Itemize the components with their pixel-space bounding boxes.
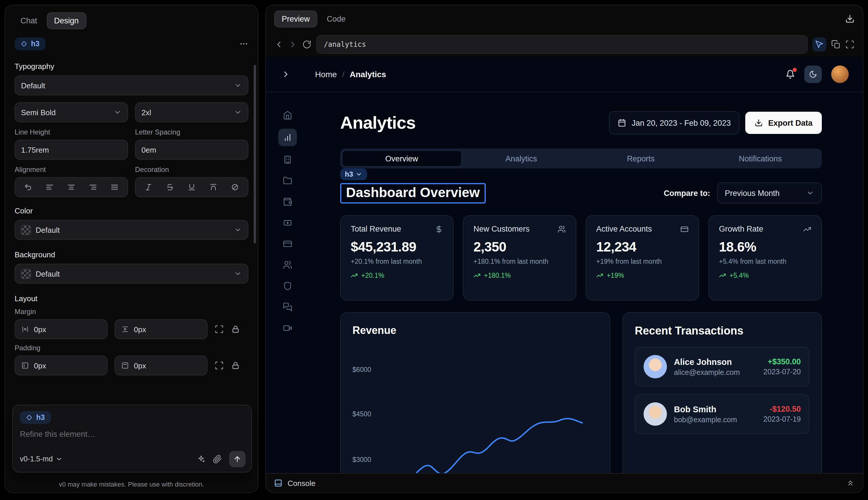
fullscreen-button[interactable] (845, 40, 855, 49)
theme-toggle-button[interactable] (804, 66, 822, 83)
italic-button[interactable] (138, 178, 160, 196)
stat-trend-value: +180.1% (484, 272, 511, 279)
maximize-icon (845, 40, 855, 49)
padding-y-input[interactable]: 0px (115, 355, 208, 375)
refresh-button[interactable] (302, 40, 312, 49)
transaction-row[interactable]: Alice Johnson alice@example.com +$350.00… (635, 347, 810, 387)
sidebar-item-security[interactable] (278, 279, 297, 294)
duplicate-view-button[interactable] (831, 40, 841, 49)
sidebar-item-home[interactable] (278, 107, 297, 123)
panel-scrollbar[interactable] (254, 65, 256, 243)
alignment-group (15, 177, 128, 197)
date-range-button[interactable]: Jan 20, 2023 - Feb 09, 2023 (609, 111, 739, 135)
diamond-icon (26, 414, 33, 421)
inspect-element-button[interactable] (812, 37, 826, 52)
console-expand-button[interactable] (846, 479, 855, 487)
color-select[interactable]: Default (15, 220, 248, 240)
align-left-button[interactable] (39, 178, 61, 196)
compare-select[interactable]: Previous Month (717, 182, 822, 204)
font-family-select[interactable]: Default (15, 76, 248, 95)
sidebar-item-billing[interactable] (278, 215, 297, 230)
composer-element-badge[interactable]: h3 (20, 411, 50, 424)
align-center-button[interactable] (60, 178, 82, 196)
margin-y-input[interactable]: 0px (115, 319, 208, 339)
padding-x-input[interactable]: 0px (15, 355, 107, 375)
more-options-button[interactable] (239, 39, 248, 48)
reset-alignment-button[interactable] (18, 178, 39, 196)
no-decoration-button[interactable] (224, 178, 245, 196)
sidebar-item-meetings[interactable] (278, 320, 297, 336)
font-size-select[interactable]: 2xl (135, 102, 248, 122)
console-bar[interactable]: Console (266, 473, 863, 492)
padding-expand-button[interactable] (215, 361, 224, 370)
tab-preview[interactable]: Preview (274, 10, 317, 27)
lock-icon (231, 325, 240, 334)
address-value: /analytics (324, 41, 366, 48)
credit-card-icon (283, 239, 292, 249)
margin-x-value: 0px (34, 325, 46, 334)
padding-lock-button[interactable] (231, 361, 240, 370)
messages-icon (283, 302, 292, 312)
back-button[interactable] (274, 40, 283, 49)
sidebar-item-wallet[interactable] (278, 194, 297, 209)
transaction-amount: +$350.00 (763, 357, 801, 366)
transaction-date: 2023-07-19 (763, 415, 801, 423)
tab-design-label: Design (54, 16, 79, 25)
sidebar-item-projects[interactable] (278, 173, 297, 188)
enhance-prompt-button[interactable] (196, 454, 206, 464)
address-input[interactable]: /analytics (316, 35, 808, 54)
font-weight-select[interactable]: Semi Bold (15, 102, 128, 122)
transaction-row[interactable]: Bob Smith bob@example.com -$120.50 2023-… (635, 394, 810, 434)
tab-analytics[interactable]: Analytics (462, 150, 581, 167)
overline-button[interactable] (202, 178, 224, 196)
user-avatar[interactable] (831, 66, 849, 83)
forward-button[interactable] (288, 40, 298, 49)
letter-spacing-input[interactable]: 0em (135, 140, 248, 160)
line-height-input[interactable]: 1.75rem (15, 140, 128, 160)
underline-button[interactable] (181, 178, 202, 196)
tab-design[interactable]: Design (46, 12, 86, 29)
bar-chart-icon (283, 133, 292, 142)
tab-notifications[interactable]: Notifications (701, 150, 820, 167)
banknote-icon (283, 218, 292, 227)
margin-expand-button[interactable] (215, 325, 224, 334)
margin-lock-button[interactable] (231, 325, 240, 334)
export-data-button[interactable]: Export Data (745, 112, 822, 134)
tab-chat-label: Chat (21, 16, 37, 25)
selected-element-badge[interactable]: h3 (15, 37, 45, 50)
sidebar-item-members[interactable] (278, 257, 297, 273)
download-button[interactable] (845, 14, 855, 23)
breadcrumb-home[interactable]: Home (315, 70, 337, 79)
strikethrough-button[interactable] (160, 178, 181, 196)
sidebar-toggle-button[interactable] (281, 70, 290, 79)
chevron-down-icon (234, 108, 242, 116)
align-justify-button[interactable] (103, 178, 125, 196)
section-heading-selected[interactable]: Dashboard Overview (340, 183, 486, 203)
chevron-left-icon (274, 40, 283, 49)
moon-icon (809, 70, 817, 78)
notifications-button[interactable] (786, 70, 795, 79)
padding-x-value: 0px (34, 361, 46, 370)
background-select[interactable]: Default (15, 264, 248, 284)
revenue-line-series (352, 346, 599, 474)
submit-button[interactable] (229, 451, 245, 467)
tab-reports[interactable]: Reports (581, 150, 701, 167)
layout-section-label: Layout (15, 294, 248, 303)
tab-code[interactable]: Code (321, 11, 351, 26)
revenue-chart-title: Revenue (352, 325, 598, 337)
preview-panel: Preview Code /analytics Home / Analytics (265, 5, 863, 493)
selection-tag[interactable]: h3 (340, 168, 367, 180)
align-right-button[interactable] (82, 178, 104, 196)
sidebar-item-organization[interactable] (278, 152, 297, 167)
tab-chat[interactable]: Chat (15, 13, 43, 29)
composer-input[interactable]: Refine this element… (20, 430, 244, 439)
attach-file-button[interactable] (213, 454, 222, 464)
model-select[interactable]: v0-1.5-md (20, 455, 63, 463)
tab-overview[interactable]: Overview (342, 150, 462, 167)
margin-x-input[interactable]: 0px (15, 319, 107, 339)
sidebar-item-payments[interactable] (278, 236, 297, 251)
refresh-icon (302, 40, 312, 49)
selection-tag-label: h3 (345, 170, 353, 178)
sidebar-item-messages[interactable] (278, 299, 297, 315)
sidebar-item-analytics[interactable] (278, 129, 297, 146)
